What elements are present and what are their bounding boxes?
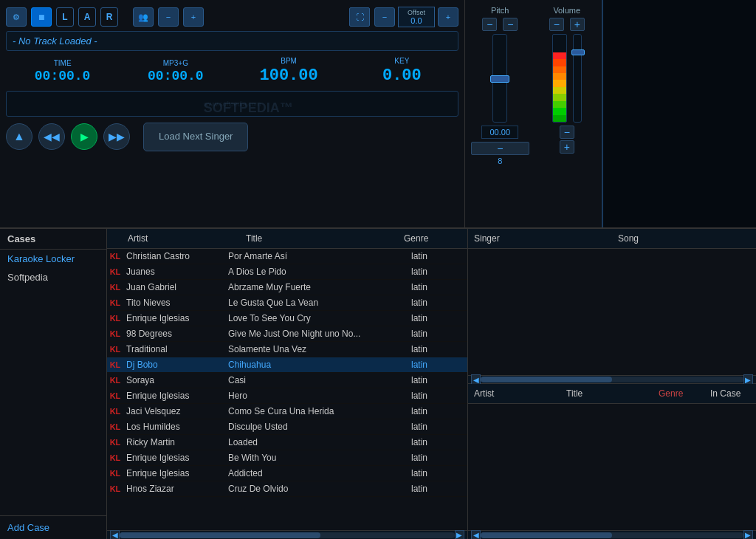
users-icon[interactable]: 👥 — [133, 7, 154, 27]
rewind-btn[interactable]: ◀◀ — [38, 123, 65, 150]
offset-display: Offset 0.0 — [398, 7, 435, 27]
pitch-slider-thumb[interactable] — [490, 75, 509, 83]
cell-artist: Traditional — [123, 344, 225, 354]
th-artist: Artist — [123, 232, 241, 245]
singer-h-scroll-bottom[interactable]: ◀ ▶ — [468, 530, 756, 539]
toolbar: ⚙ ⏹ L A R 👥 − + ⛶ − Offset 0.0 + — [6, 6, 458, 28]
table-row[interactable]: KL Los Humildes Disculpe Usted latin — [107, 419, 467, 435]
singer-h-thumb[interactable] — [481, 532, 612, 538]
table-row[interactable]: KL Soraya Casi latin — [107, 373, 467, 388]
cell-artist: Christian Castro — [123, 251, 225, 261]
table-row[interactable]: KL Christian Castro Por Amarte Así latin — [107, 249, 467, 264]
minus-icon[interactable]: − — [158, 7, 179, 27]
cell-title: Solamente Una Vez — [225, 344, 408, 354]
cell-genre: latin — [408, 453, 467, 463]
add-case-btn[interactable]: Add Case — [7, 522, 99, 533]
volume-minus-plus: − + — [549, 18, 585, 31]
kl-badge: KL — [107, 283, 123, 292]
play-btn[interactable]: ▶ — [71, 123, 97, 150]
volume-plus-bottom[interactable]: + — [560, 140, 574, 154]
singer-scroll-right[interactable]: ▶ — [743, 374, 753, 385]
singer-h-left[interactable]: ◀ — [471, 530, 481, 540]
kl-badge: KL — [107, 453, 123, 462]
expand-icon[interactable]: ⛶ — [349, 7, 370, 27]
cell-title: Chihuahua — [225, 360, 408, 370]
table-row[interactable]: KL Juanes A Dios Le Pido latin — [107, 264, 467, 280]
h-scroll-track[interactable] — [120, 532, 454, 538]
singer-scroll-track[interactable] — [481, 377, 743, 382]
case-item-karaoke-locker[interactable]: Karaoke Locker — [0, 250, 106, 268]
singer-scroll-h[interactable]: ◀ ▶ — [468, 375, 756, 384]
pitch-plus[interactable]: − — [503, 18, 518, 31]
pitch-bottom-minus[interactable]: − — [471, 142, 529, 155]
song-table-scroll-h[interactable]: ◀ ▶ — [107, 530, 467, 539]
h-scroll-thumb[interactable] — [120, 532, 320, 538]
cell-genre: latin — [408, 251, 467, 261]
singer-h-track[interactable] — [481, 532, 743, 538]
volume-minus-bottom[interactable]: − — [560, 126, 574, 139]
table-row[interactable]: KL Tito Nieves Le Gusta Que La Vean lati… — [107, 295, 467, 311]
song-table-body: KL Christian Castro Por Amarte Así latin… — [107, 249, 467, 530]
volume-slider-thumb[interactable] — [571, 49, 585, 55]
cell-artist: Enrique Iglesias — [123, 391, 225, 401]
pitch-minus-plus: − − — [482, 18, 518, 31]
pitch-value: 00.00 — [481, 126, 518, 139]
cell-genre: latin — [408, 406, 467, 416]
cell-genre: latin — [408, 298, 467, 308]
table-row[interactable]: KL Enrique Iglesias Addicted latin — [107, 466, 467, 481]
scroll-left-btn[interactable]: ◀ — [110, 530, 120, 540]
kl-badge: KL — [107, 345, 123, 354]
bottom-section: Cases Karaoke Locker Softpedia Add Case … — [0, 229, 756, 539]
settings-icon[interactable]: ⚙ — [6, 7, 27, 27]
table-row[interactable]: KL Dj Bobo Chihuahua latin — [107, 357, 467, 373]
scroll-right-btn[interactable]: ▶ — [455, 530, 464, 540]
volume-slider-track[interactable] — [573, 34, 582, 123]
btn-l[interactable]: L — [56, 7, 74, 27]
cell-title: Love To See You Cry — [225, 313, 408, 323]
table-row[interactable]: KL 98 Degrees Give Me Just One Night uno… — [107, 326, 467, 342]
cell-genre: latin — [408, 468, 467, 478]
plus-icon[interactable]: + — [183, 7, 204, 27]
fastforward-btn[interactable]: ▶▶ — [103, 123, 130, 150]
offset-plus[interactable]: + — [438, 7, 458, 27]
pitch-slider-track[interactable] — [492, 34, 507, 123]
time-display: TIME 00:00.0 MP3+G 00:00.0 BPM 100.00 KE… — [6, 54, 458, 88]
table-row[interactable]: KL Hnos Ziazar Cruz De Olvido latin — [107, 481, 467, 497]
singer-scroll-thumb[interactable] — [481, 377, 612, 382]
kl-badge: KL — [107, 484, 123, 493]
cell-genre: latin — [408, 360, 467, 370]
table-row[interactable]: KL Jaci Velsquez Como Se Cura Una Herida… — [107, 404, 467, 419]
load-next-singer-btn[interactable]: Load Next Singer — [143, 123, 248, 151]
cell-title: Le Gusta Que La Vean — [225, 298, 408, 308]
cell-title: Addicted — [225, 468, 408, 478]
volume-plus-top[interactable]: + — [570, 18, 585, 31]
singer-scroll-left[interactable]: ◀ — [471, 374, 481, 385]
sth-title: Title — [560, 387, 653, 400]
pitch-volume-panel: Pitch − − 00.00 − 8 Volume − + — [465, 0, 602, 227]
btn-r[interactable]: R — [100, 7, 118, 27]
case-item-softpedia[interactable]: Softpedia — [0, 268, 106, 286]
kl-badge: KL — [107, 298, 123, 307]
volume-minus-top[interactable]: − — [549, 18, 564, 31]
table-row[interactable]: KL Traditional Solamente Una Vez latin — [107, 342, 467, 357]
btn-a[interactable]: A — [78, 7, 96, 27]
table-row[interactable]: KL Enrique Iglesias Hero latin — [107, 388, 467, 404]
prev-btn[interactable]: ▲ — [6, 123, 32, 150]
th-title: Title — [241, 232, 399, 245]
table-row[interactable]: KL Enrique Iglesias Love To See You Cry … — [107, 311, 467, 326]
cell-genre: latin — [408, 329, 467, 339]
cell-artist: Juanes — [123, 267, 225, 277]
offset-minus[interactable]: − — [374, 7, 395, 27]
kl-badge: KL — [107, 469, 123, 478]
loop-btn[interactable]: ⏹ — [31, 7, 52, 27]
watermark-text: SOFTPEDIA™ — [204, 100, 293, 116]
table-row[interactable]: KL Juan Gabriel Abrzame Muy Fuerte latin — [107, 280, 467, 295]
singer-h-right[interactable]: ▶ — [743, 530, 753, 540]
pitch-minus[interactable]: − — [482, 18, 497, 31]
cell-title: Hero — [225, 391, 408, 401]
table-row[interactable]: KL Ricky Martin Loaded latin — [107, 435, 467, 450]
table-row[interactable]: KL Enrique Iglesias Be With You latin — [107, 450, 467, 466]
cell-genre: latin — [408, 437, 467, 447]
cell-genre: latin — [408, 282, 467, 292]
volume-label: Volume — [553, 6, 580, 15]
